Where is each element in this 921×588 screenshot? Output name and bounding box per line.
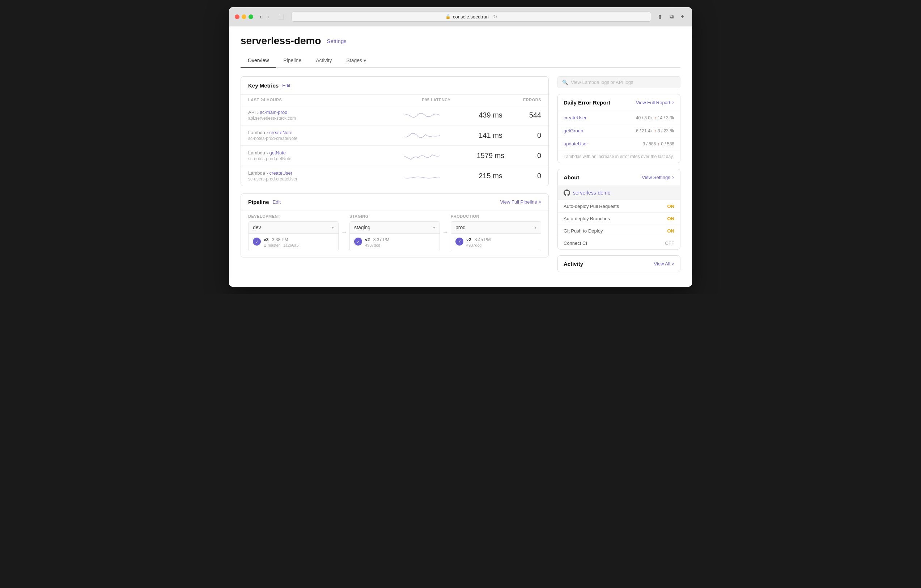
deploy-meta: ψ master 1a266a5	[264, 243, 299, 247]
setting-value: ON	[667, 216, 675, 221]
tab-overview[interactable]: Overview	[241, 54, 276, 68]
deploy-version: v3	[264, 237, 268, 242]
search-box[interactable]: 🔍 View Lambda logs or API logs	[557, 76, 680, 88]
deploy-meta: 4937dcd	[365, 243, 389, 247]
metric-chart-4	[404, 171, 469, 182]
repo-row: serverless-demo	[558, 186, 680, 200]
metric-chart-1	[404, 110, 469, 121]
metric-chart-2	[404, 130, 469, 141]
col-last24: LAST 24 HOURS	[248, 97, 404, 102]
key-metrics-header: Key Metrics Edit	[241, 77, 548, 95]
metric-name-link[interactable]: sc-main-prod	[260, 110, 288, 115]
tab-stages[interactable]: Stages ▾	[339, 54, 373, 68]
forward-button[interactable]: ›	[265, 13, 271, 20]
error-report-item: updateUser 3 / 586 ↑ 0 / 588	[558, 137, 680, 150]
error-lambda-link[interactable]: updateUser	[564, 141, 643, 146]
stage-prod: prod ▾ ✓ v2 3:45 PM 4937d	[451, 221, 541, 251]
github-icon	[564, 190, 570, 196]
maximize-button[interactable]	[249, 15, 253, 19]
setting-value: ON	[667, 204, 675, 209]
view-all-activity-link[interactable]: View All >	[654, 261, 675, 266]
setting-value: ON	[667, 228, 675, 234]
metric-latency: 141 ms	[469, 131, 512, 140]
error-lambda-link[interactable]: getGroup	[564, 128, 636, 133]
view-full-pipeline-link[interactable]: View Full Pipeline >	[500, 199, 541, 205]
error-count: 6 / 21.4k	[636, 128, 653, 133]
stage-staging: staging ▾ ✓ v2 3:37 PM 49	[350, 221, 440, 251]
deploy-meta: 4937dcd	[466, 243, 491, 247]
env-label-staging: STAGING	[350, 214, 440, 218]
setting-label: Auto-deploy Pull Requests	[564, 204, 619, 209]
error-lambda-link[interactable]: createUser	[564, 115, 636, 120]
metric-chart-3	[404, 150, 469, 161]
metric-type: API ›	[248, 110, 260, 115]
lock-icon: 🔒	[445, 14, 451, 19]
nav-tabs: Overview Pipeline Activity Stages ▾	[241, 54, 680, 68]
metric-sub: api.serverless-stack.com	[248, 116, 404, 121]
settings-link[interactable]: Settings	[327, 38, 347, 44]
back-button[interactable]: ‹	[257, 13, 264, 20]
metric-sub: sc-notes-prod-createNote	[248, 136, 404, 141]
browser-actions: ⬆ ⧉ +	[656, 13, 686, 21]
key-metrics-edit[interactable]: Edit	[282, 83, 290, 88]
chevron-down-icon: ▾	[433, 225, 435, 230]
traffic-lights	[235, 15, 253, 19]
stage-staging-dropdown[interactable]: staging ▾	[350, 222, 439, 234]
metric-errors: 0	[512, 172, 541, 180]
error-count: 40 / 3.0k	[636, 115, 653, 120]
activity-card: Activity View All >	[557, 255, 680, 272]
error-change: 3 / 23.8k	[657, 128, 674, 133]
deploy-time: 3:45 PM	[475, 237, 491, 242]
new-tab-button[interactable]: ⧉	[667, 13, 676, 21]
setting-row-pull-requests: Auto-deploy Pull Requests ON	[558, 200, 680, 212]
metric-name-link[interactable]: getNote	[270, 150, 286, 156]
page-title: serverless-demo	[241, 35, 321, 47]
about-title: About	[564, 174, 579, 180]
view-full-report-link[interactable]: View Full Report >	[636, 100, 674, 105]
stage-dev-name: dev	[253, 224, 261, 231]
metric-type: Lambda ›	[248, 171, 270, 176]
deploy-version: v2	[365, 237, 370, 242]
error-up-icon: ↑	[657, 141, 659, 146]
key-metrics-title: Key Metrics	[248, 83, 278, 89]
address-bar[interactable]: 🔒 console.seed.run ↻	[291, 11, 651, 22]
metric-name-link[interactable]: createUser	[270, 171, 293, 176]
tab-pipeline[interactable]: Pipeline	[276, 54, 309, 68]
pipeline-edit[interactable]: Edit	[273, 199, 281, 205]
metric-type: Lambda ›	[248, 130, 270, 135]
metric-sub: sc-users-prod-createUser	[248, 177, 404, 182]
tab-activity[interactable]: Activity	[309, 54, 339, 68]
stage-dev-dropdown[interactable]: dev ▾	[249, 222, 338, 234]
env-label-dev: DEVELOPMENT	[248, 214, 338, 218]
metric-errors: 0	[512, 151, 541, 160]
metric-latency: 215 ms	[469, 172, 512, 180]
metrics-table-header: LAST 24 HOURS P95 LATENCY ERRORS	[241, 95, 548, 105]
setting-label: Git Push to Deploy	[564, 228, 603, 234]
minimize-button[interactable]	[242, 15, 246, 19]
share-button[interactable]: ⬆	[656, 13, 664, 21]
metric-name-link[interactable]: createNote	[270, 130, 293, 135]
view-settings-link[interactable]: View Settings >	[642, 175, 674, 180]
metric-latency: 439 ms	[469, 111, 512, 119]
close-button[interactable]	[235, 15, 239, 19]
daily-error-report-title: Daily Error Report	[564, 99, 610, 106]
more-button[interactable]: +	[679, 13, 686, 21]
error-note: Lambdas with an increase in error rates …	[558, 150, 680, 163]
repo-name[interactable]: serverless-demo	[573, 190, 610, 196]
stage-prod-name: prod	[456, 224, 465, 231]
reload-icon[interactable]: ↻	[493, 14, 497, 19]
stage-prod-dropdown[interactable]: prod ▾	[451, 222, 541, 234]
setting-value: OFF	[665, 240, 674, 246]
search-icon: 🔍	[562, 80, 568, 85]
nav-buttons: ‹ ›	[257, 13, 271, 20]
tab-view-button[interactable]: ⬜	[275, 13, 287, 21]
metric-row: API › sc-main-prod api.serverless-stack.…	[241, 105, 548, 125]
stage-staging-deploy: ✓ v2 3:37 PM 4937dcd	[350, 234, 439, 251]
sidebar: 🔍 View Lambda logs or API logs Daily Err…	[557, 76, 680, 278]
metric-row: Lambda › createNote sc-notes-prod-create…	[241, 125, 548, 145]
error-stats: 6 / 21.4k ↑ 3 / 23.8k	[636, 128, 674, 133]
search-placeholder: View Lambda logs or API logs	[571, 80, 633, 85]
metric-errors: 0	[512, 131, 541, 140]
stage-staging-name: staging	[354, 224, 370, 231]
deploy-time: 3:38 PM	[272, 237, 288, 242]
